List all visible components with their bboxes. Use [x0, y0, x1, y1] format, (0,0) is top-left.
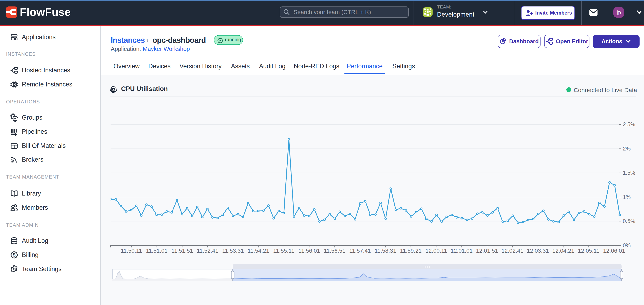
svg-text:11:56:51: 11:56:51 — [324, 248, 346, 254]
svg-text:12:02:41: 12:02:41 — [502, 248, 524, 254]
svg-text:12:00:11: 12:00:11 — [426, 248, 447, 254]
svg-text:11:50:11: 11:50:11 — [121, 248, 142, 254]
svg-text:2%: 2% — [623, 146, 631, 152]
svg-text:11:55:11: 11:55:11 — [273, 248, 294, 254]
svg-text:12:01:01: 12:01:01 — [450, 248, 472, 254]
svg-text:12:03:31: 12:03:31 — [527, 248, 549, 254]
svg-text:0.5%: 0.5% — [623, 218, 635, 224]
svg-text:1.5%: 1.5% — [623, 170, 635, 176]
svg-text:11:59:21: 11:59:21 — [400, 248, 422, 254]
svg-text:11:57:41: 11:57:41 — [349, 248, 371, 254]
svg-text:11:54:21: 11:54:21 — [248, 248, 269, 254]
svg-text:1%: 1% — [623, 194, 631, 200]
svg-text:12:01:51: 12:01:51 — [476, 248, 498, 254]
svg-text:12:06:01: 12:06:01 — [603, 248, 625, 254]
svg-text:2.5%: 2.5% — [623, 121, 635, 127]
svg-text:12:04:21: 12:04:21 — [552, 248, 574, 254]
svg-text:11:51:01: 11:51:01 — [146, 248, 168, 254]
svg-text:12:05:11: 12:05:11 — [578, 248, 600, 254]
svg-text:11:51:51: 11:51:51 — [172, 248, 193, 254]
svg-text:11:53:31: 11:53:31 — [222, 248, 244, 254]
svg-text:11:52:41: 11:52:41 — [197, 248, 218, 254]
svg-text:11:56:01: 11:56:01 — [298, 248, 320, 254]
svg-text:0%: 0% — [623, 242, 631, 249]
svg-text:11:58:31: 11:58:31 — [374, 248, 396, 254]
